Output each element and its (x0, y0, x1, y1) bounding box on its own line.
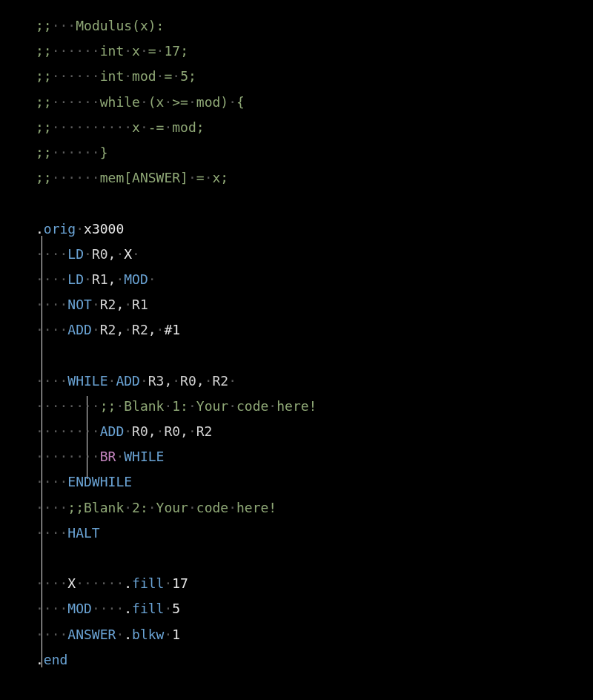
code-line: ;;···Modulus(x): (36, 13, 593, 39)
code-line: ········;;·Blank·1:·Your·code·here! (36, 394, 593, 419)
code-line: ····ANSWER·.blkw·1 (36, 622, 593, 647)
blank-line (36, 343, 593, 368)
code-line: ····HALT (36, 521, 593, 546)
code-line: ····;;Blank·2:·Your·code·here! (36, 495, 593, 521)
code-line: ;;······while·(x·>=·mod)·{ (36, 90, 593, 115)
code-line: .end (36, 647, 593, 673)
code-line: ········BR·WHILE (36, 444, 593, 469)
code-line: .orig·x3000 (36, 217, 593, 242)
code-line: ····LD·R1,·MOD· (36, 267, 593, 292)
code-line: ········ADD·R0,·R0,·R2 (36, 419, 593, 444)
blank-line (36, 191, 593, 216)
code-line: ;;······mem[ANSWER]·=·x; (36, 165, 593, 191)
code-line: ;;······} (36, 140, 593, 165)
code-line: ····WHILE·ADD·R3,·R0,·R2· (36, 369, 593, 394)
code-line: ;;······int·mod·=·5; (36, 64, 593, 89)
code-line: ;;······int·x·=·17; (36, 39, 593, 64)
code-line: ····X······.fill·17 (36, 571, 593, 596)
code-editor[interactable]: ;;···Modulus(x): ;;······int·x·=·17; ;;·… (0, 0, 593, 673)
code-line: ····LD·R0,·X· (36, 242, 593, 267)
code-line: ;;··········x·-=·mod; (36, 115, 593, 140)
code-line: ····MOD····.fill·5 (36, 596, 593, 621)
blank-line (36, 546, 593, 571)
code-line: ····ADD·R2,·R2,·#1 (36, 317, 593, 343)
code-line: ····NOT·R2,·R1 (36, 292, 593, 317)
code-line: ····ENDWHILE (36, 469, 593, 495)
